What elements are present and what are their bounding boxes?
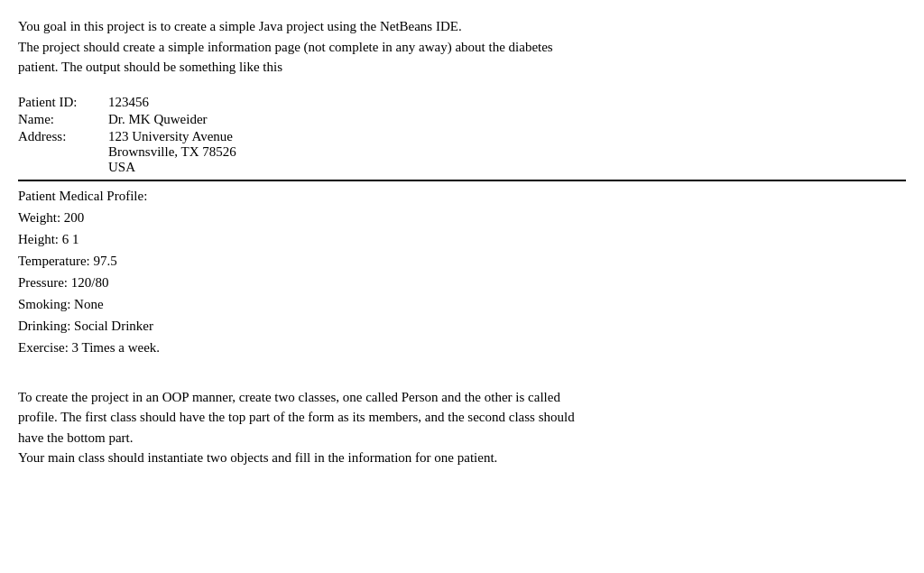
patient-id-value: 123456	[108, 94, 236, 111]
medical-temperature: Temperature: 97.5	[18, 250, 906, 272]
intro-line3: patient. The output should be something …	[18, 60, 282, 74]
patient-address-label: Address:	[18, 128, 108, 176]
medical-pressure: Pressure: 120/80	[18, 272, 906, 293]
spacer	[18, 374, 906, 387]
medical-height: Height: 6 1	[18, 228, 906, 250]
medical-smoking: Smoking: None	[18, 293, 906, 315]
patient-info-section: Patient ID: 123456 Name: Dr. MK Quweider…	[18, 94, 906, 176]
footer-section: To create the project in an OOP manner, …	[18, 387, 906, 468]
patient-name-value: Dr. MK Quweider	[108, 111, 236, 128]
medical-exercise: Exercise: 3 Times a week.	[18, 337, 906, 358]
address-line1: 123 University Avenue	[108, 129, 233, 143]
address-line3: USA	[108, 160, 135, 174]
medical-weight: Weight: 200	[18, 207, 906, 228]
footer-line4: Your main class should instantiate two o…	[18, 450, 497, 465]
patient-address-value: 123 University Avenue Brownsville, TX 78…	[108, 128, 236, 176]
medical-profile-label: Patient Medical Profile:	[18, 185, 906, 207]
medical-drinking: Drinking: Social Drinker	[18, 315, 906, 337]
patient-name-label: Name:	[18, 111, 108, 128]
section-divider	[18, 180, 906, 181]
address-line2: Brownsville, TX 78526	[108, 144, 236, 159]
medical-profile-section: Patient Medical Profile: Weight: 200 Hei…	[18, 185, 906, 358]
footer-line3: have the bottom part.	[18, 430, 133, 445]
patient-id-row: Patient ID: 123456	[18, 94, 236, 111]
intro-line1: You goal in this project is to create a …	[18, 19, 462, 33]
patient-id-label: Patient ID:	[18, 94, 108, 111]
footer-line2: profile. The first class should have the…	[18, 410, 575, 424]
patient-address-row: Address: 123 University Avenue Brownsvil…	[18, 128, 236, 176]
intro-line2: The project should create a simple infor…	[18, 40, 553, 54]
intro-section: You goal in this project is to create a …	[18, 16, 906, 78]
footer-line1: To create the project in an OOP manner, …	[18, 390, 560, 404]
patient-info-table: Patient ID: 123456 Name: Dr. MK Quweider…	[18, 94, 236, 176]
patient-name-row: Name: Dr. MK Quweider	[18, 111, 236, 128]
